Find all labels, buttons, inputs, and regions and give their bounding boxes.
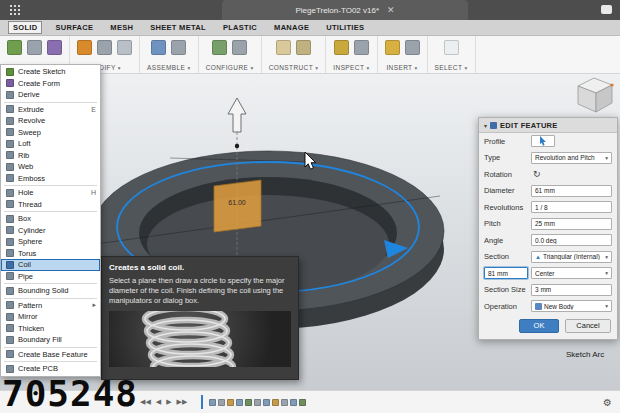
new-component-icon[interactable] bbox=[151, 40, 166, 55]
insert-group-label[interactable]: INSERT ▾ bbox=[386, 64, 417, 71]
menu-item-revolve[interactable]: Revolve bbox=[1, 115, 100, 127]
go-to-end-icon[interactable]: ▶▶ bbox=[177, 398, 188, 406]
type-row: Type Revolution and Pitch ▾ bbox=[479, 150, 617, 167]
edit-feature-dialog: ▾ EDIT FEATURE Profile Type Revolution a… bbox=[478, 117, 618, 340]
menu-item-torus[interactable]: Torus bbox=[1, 248, 100, 260]
document-tab[interactable]: PiegeTrelon-TO02 v16* ✕ bbox=[222, 0, 468, 20]
diameter-input[interactable]: 61 mm bbox=[531, 185, 612, 197]
ok-button[interactable]: OK bbox=[519, 319, 559, 333]
feature-marker[interactable] bbox=[218, 399, 225, 406]
angle-input[interactable]: 0.0 deg bbox=[531, 234, 612, 246]
view-cube[interactable] bbox=[570, 72, 618, 120]
collapse-icon[interactable]: ▾ bbox=[484, 122, 487, 129]
play-icon[interactable]: ▶ bbox=[166, 398, 171, 406]
configuration-table-icon[interactable] bbox=[232, 40, 247, 55]
job-status-icon[interactable] bbox=[601, 5, 612, 14]
menu-item-loft[interactable]: Loft bbox=[1, 138, 100, 150]
menu-item-thicken[interactable]: Thicken bbox=[1, 323, 100, 335]
menu-item-pipe[interactable]: Pipe bbox=[1, 271, 100, 283]
tab-mesh[interactable]: MESH bbox=[106, 22, 137, 33]
assemble-group-label[interactable]: ASSEMBLE ▾ bbox=[147, 64, 191, 71]
tab-solid[interactable]: SOLID bbox=[8, 21, 42, 34]
feature-marker[interactable] bbox=[281, 399, 288, 406]
rotation-direction-icon[interactable]: ↻ bbox=[531, 169, 541, 179]
menu-item-create-sketch[interactable]: Create Sketch bbox=[1, 66, 100, 78]
menu-item-cylinder[interactable]: Cylinder bbox=[1, 225, 100, 237]
pitch-input[interactable]: 25 mm bbox=[531, 218, 612, 230]
tab-surface[interactable]: SURFACE bbox=[51, 22, 97, 33]
tab-manage[interactable]: MANAGE bbox=[270, 22, 313, 33]
feature-marker[interactable] bbox=[227, 399, 234, 406]
offset-plane-icon[interactable] bbox=[276, 40, 291, 55]
press-pull-icon[interactable] bbox=[77, 40, 92, 55]
profile-selector[interactable] bbox=[531, 135, 555, 147]
menu-item-boundary-fill[interactable]: Boundary Fill bbox=[1, 334, 100, 346]
select-cursor-icon bbox=[539, 136, 547, 146]
section-size-input[interactable]: 3 mm bbox=[531, 284, 612, 296]
pivot-point[interactable] bbox=[235, 144, 239, 148]
section-analysis-icon[interactable] bbox=[354, 40, 369, 55]
feature-marker[interactable] bbox=[299, 399, 306, 406]
configuration-icon[interactable] bbox=[212, 40, 227, 55]
tab-plastic[interactable]: PLASTIC bbox=[219, 22, 261, 33]
menu-item-emboss[interactable]: Emboss bbox=[1, 173, 100, 185]
select-group-label[interactable]: SELECT ▾ bbox=[435, 64, 468, 71]
shell-icon[interactable] bbox=[117, 40, 132, 55]
operation-dropdown[interactable]: New Body ▾ bbox=[531, 300, 612, 312]
create-sketch-icon[interactable] bbox=[7, 40, 22, 55]
measure-icon[interactable] bbox=[334, 40, 349, 55]
section-dropdown[interactable]: ▲ Triangular (Internal) ▾ bbox=[531, 251, 612, 263]
menu-item-sphere[interactable]: Sphere bbox=[1, 236, 100, 248]
menu-item-bounding-solid[interactable]: Bounding Solid bbox=[1, 285, 100, 297]
type-dropdown[interactable]: Revolution and Pitch ▾ bbox=[531, 152, 612, 164]
feature-marker[interactable] bbox=[236, 399, 243, 406]
menu-item-sweep[interactable]: Sweep bbox=[1, 127, 100, 139]
cylinder-icon bbox=[6, 226, 14, 234]
cube-corner-marker[interactable] bbox=[610, 83, 613, 86]
create-form-icon[interactable] bbox=[47, 40, 62, 55]
step-back-icon[interactable]: ◀ bbox=[156, 398, 161, 406]
inspect-group-label[interactable]: INSPECT ▾ bbox=[333, 64, 369, 71]
section-position-input[interactable]: 81 mm bbox=[484, 267, 528, 279]
feature-marker[interactable] bbox=[272, 399, 279, 406]
menu-item-extrude[interactable]: ExtrudeE bbox=[1, 104, 100, 116]
menu-item-rib[interactable]: Rib bbox=[1, 150, 100, 162]
close-tab-icon[interactable]: ✕ bbox=[387, 5, 395, 15]
menu-item-derive[interactable]: Derive bbox=[1, 89, 100, 101]
insert-mesh-icon[interactable] bbox=[405, 40, 420, 55]
axis-icon[interactable] bbox=[296, 40, 311, 55]
gear-icon[interactable]: ⚙ bbox=[603, 397, 612, 408]
construct-group-label[interactable]: CONSTRUCT ▾ bbox=[269, 64, 319, 71]
extrude-icon[interactable] bbox=[27, 40, 42, 55]
joint-icon[interactable] bbox=[171, 40, 186, 55]
timeline-position-marker[interactable] bbox=[201, 395, 203, 409]
menu-item-coil[interactable]: Coil bbox=[1, 259, 100, 271]
tab-sheet-metal[interactable]: SHEET METAL bbox=[146, 22, 210, 33]
feature-marker[interactable] bbox=[245, 399, 252, 406]
menu-item-create-form[interactable]: Create Form bbox=[1, 78, 100, 90]
revolutions-input[interactable]: 1 / 8 bbox=[531, 201, 612, 213]
menu-item-web[interactable]: Web bbox=[1, 161, 100, 173]
fillet-icon[interactable] bbox=[97, 40, 112, 55]
cancel-button[interactable]: Cancel bbox=[565, 319, 611, 333]
menu-item-box[interactable]: Box bbox=[1, 213, 100, 225]
select-cursor-icon[interactable] bbox=[444, 40, 459, 55]
menu-item-mirror[interactable]: Mirror bbox=[1, 311, 100, 323]
menu-item-pattern[interactable]: Pattern▸ bbox=[1, 300, 100, 312]
menu-item-hole[interactable]: HoleH bbox=[1, 187, 100, 199]
tab-utilities[interactable]: UTILITIES bbox=[322, 22, 368, 33]
section-plane[interactable] bbox=[214, 180, 261, 232]
menu-item-create-base-feature[interactable]: Create Base Feature bbox=[1, 349, 100, 361]
feature-marker[interactable] bbox=[209, 399, 216, 406]
feature-marker[interactable] bbox=[263, 399, 270, 406]
menu-item-thread[interactable]: Thread bbox=[1, 199, 100, 211]
feature-marker[interactable] bbox=[254, 399, 261, 406]
extrude-icon bbox=[6, 105, 14, 113]
app-grid-icon[interactable] bbox=[10, 5, 12, 7]
section-position-dropdown[interactable]: Center ▾ bbox=[531, 267, 612, 279]
configure-group-label[interactable]: CONFIGURE ▾ bbox=[206, 64, 254, 71]
dialog-header[interactable]: ▾ EDIT FEATURE bbox=[479, 118, 617, 133]
insert-mcmaster-icon[interactable] bbox=[385, 40, 400, 55]
feature-marker[interactable] bbox=[290, 399, 297, 406]
go-to-start-icon[interactable]: ◀◀ bbox=[140, 398, 151, 406]
